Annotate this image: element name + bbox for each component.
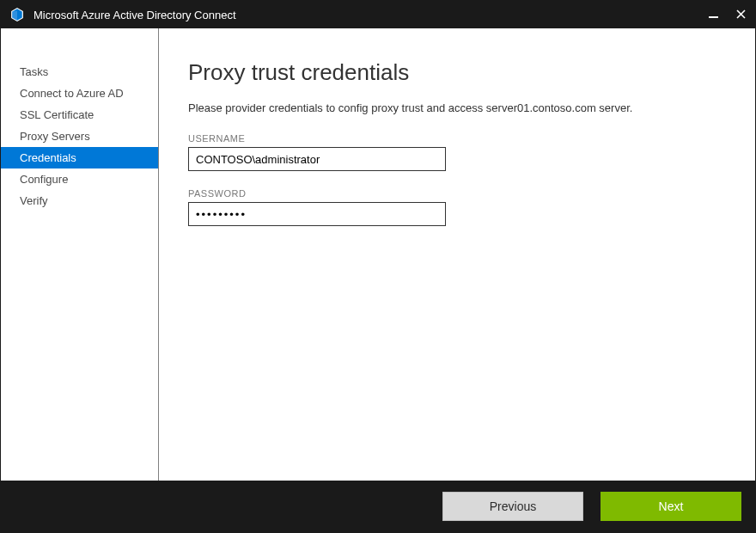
sidebar: Tasks Connect to Azure AD SSL Certificat… <box>1 28 159 481</box>
page-description: Please provider credentials to config pr… <box>188 101 722 114</box>
previous-button[interactable]: Previous <box>442 492 583 521</box>
sidebar-item-tasks[interactable]: Tasks <box>1 61 158 83</box>
page-title: Proxy trust credentials <box>188 59 722 86</box>
username-field-wrapper <box>188 147 446 171</box>
password-field-wrapper <box>188 202 446 226</box>
username-input[interactable] <box>196 153 438 166</box>
titlebar: Microsoft Azure Active Directory Connect <box>1 1 755 28</box>
password-input[interactable] <box>196 208 438 221</box>
close-button[interactable] <box>735 9 747 21</box>
app-window: Microsoft Azure Active Directory Connect… <box>0 0 756 533</box>
sidebar-item-configure[interactable]: Configure <box>1 168 158 190</box>
sidebar-item-verify[interactable]: Verify <box>1 190 158 211</box>
sidebar-item-credentials[interactable]: Credentials <box>1 147 158 168</box>
window-title: Microsoft Azure Active Directory Connect <box>34 9 707 21</box>
window-controls <box>707 9 747 21</box>
azure-logo-icon <box>9 7 25 22</box>
sidebar-item-proxy-servers[interactable]: Proxy Servers <box>1 126 158 147</box>
main-content: Proxy trust credentials Please provider … <box>159 28 755 481</box>
next-button[interactable]: Next <box>601 492 741 521</box>
footer: Previous Next <box>1 481 755 532</box>
body: Tasks Connect to Azure AD SSL Certificat… <box>1 28 755 481</box>
username-label: USERNAME <box>188 133 722 144</box>
minimize-button[interactable] <box>707 9 719 21</box>
sidebar-item-ssl-certificate[interactable]: SSL Certificate <box>1 104 158 126</box>
password-label: PASSWORD <box>188 188 722 199</box>
svg-rect-3 <box>709 16 718 18</box>
sidebar-item-connect-azure-ad[interactable]: Connect to Azure AD <box>1 83 158 104</box>
